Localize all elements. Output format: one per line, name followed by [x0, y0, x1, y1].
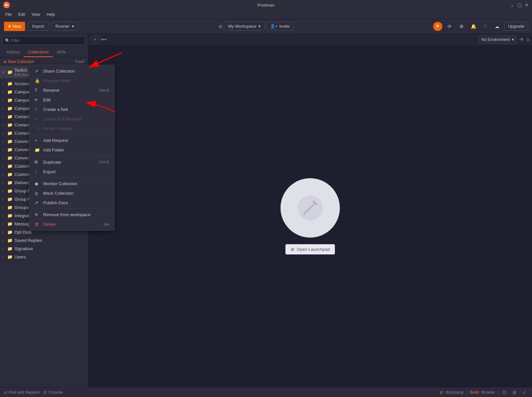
minimize-icon[interactable]: ⌄	[510, 2, 515, 8]
env-selector[interactable]: No Environment ▾	[479, 36, 517, 44]
import-button[interactable]: Import	[28, 22, 48, 31]
ctx-shortcut: Del	[103, 222, 109, 226]
bell-icon[interactable]: 🔔	[469, 22, 478, 31]
folder-icon: 📁	[7, 89, 13, 94]
sync-icon[interactable]: ⟳	[445, 22, 454, 31]
maximize-icon[interactable]: ▢	[517, 2, 522, 8]
caret-right-icon: ›	[3, 206, 7, 209]
sidebar-search-area: 🔍	[0, 34, 88, 48]
ctx-share-collection[interactable]: ↗ Share Collection	[29, 66, 114, 76]
menu-help[interactable]: Help	[44, 12, 58, 17]
browse-button[interactable]: Browse	[482, 390, 495, 395]
bootcamp-button[interactable]: 🎓 Bootcamp	[439, 390, 463, 395]
tab-controls: + •••	[91, 36, 106, 44]
add-tab-button[interactable]: +	[91, 36, 99, 44]
new-button[interactable]: + New	[4, 22, 25, 31]
search-icon: 🔍	[5, 38, 10, 43]
ctx-shortcut: Ctrl+D	[99, 160, 109, 164]
folder-name: Signature	[15, 246, 85, 251]
workspace-label: My Workspace	[228, 24, 256, 29]
export-icon: ↓	[35, 169, 40, 174]
plus-circle-icon: ⊕	[3, 59, 7, 64]
caret-right-icon: ›	[3, 247, 7, 250]
ctx-separator	[29, 178, 114, 178]
workspace-button[interactable]: My Workspace ▾	[224, 22, 265, 31]
ctx-export[interactable]: ↓ Export	[29, 167, 114, 177]
folder-icon: 📁	[7, 139, 13, 144]
expand-icon[interactable]: ⤢	[521, 389, 528, 396]
ctx-publish-docs[interactable]: ↗ Publish Docs	[29, 198, 114, 208]
ctx-label: Remove from workspace	[43, 212, 109, 217]
ctx-add-folder[interactable]: 📁 Add Folder	[29, 145, 114, 155]
ctx-create-pull-request: ↩ Create Pull Request	[29, 114, 114, 124]
merge-icon: ⌥	[35, 126, 40, 131]
caret-right-icon: ›	[3, 230, 7, 234]
titlebar-controls: ⌄ ▢ ✕	[510, 2, 529, 8]
tab-apis[interactable]: APIs	[53, 48, 70, 57]
cloud-icon[interactable]: ☁	[492, 22, 502, 31]
context-menu: ↗ Share Collection 🔒 Manage Roles T Rena…	[29, 65, 115, 231]
settings-list-icon[interactable]: ≡	[527, 37, 529, 42]
folder-icon: 📁	[7, 147, 13, 152]
bootcamp-icon: 🎓	[439, 390, 444, 395]
content-tabs-bar: + ••• No Environment ▾ 👁 ≡	[88, 34, 532, 46]
ctx-monitor-collection[interactable]: ◉ Monitor Collection	[29, 179, 114, 188]
trash-button[interactable]: Trash	[75, 59, 85, 64]
console-button[interactable]: ⊟ Console	[44, 390, 63, 395]
env-chevron-icon: ▾	[512, 37, 514, 42]
ctx-separator	[29, 156, 114, 156]
list-item[interactable]: › 📁 Signature	[0, 245, 88, 253]
close-icon[interactable]: ✕	[524, 2, 529, 8]
tab-collections[interactable]: Collections	[24, 48, 53, 57]
settings-icon[interactable]: ⚙	[457, 22, 466, 31]
find-replace-button[interactable]: ⇄ Find and Replace	[4, 390, 40, 395]
build-button[interactable]: Build	[470, 390, 479, 395]
heart-icon[interactable]: ♡	[481, 22, 490, 31]
caret-down-icon: ▾	[3, 70, 7, 74]
menu-file[interactable]: File	[3, 12, 14, 17]
fork-icon: ⑂	[35, 107, 40, 112]
sidebar-toggle-icon[interactable]: ⊡	[501, 389, 508, 396]
runner-button[interactable]: Runner ▾	[51, 22, 78, 31]
ctx-edit[interactable]: ✏ Edit	[29, 95, 114, 105]
ctx-mock-collection[interactable]: ◎ Mock Collection	[29, 188, 114, 198]
ctx-delete[interactable]: 🗑 Delete Del	[29, 219, 114, 229]
menu-view[interactable]: View	[29, 12, 43, 17]
ctx-duplicate[interactable]: ⧉ Duplicate Ctrl+D	[29, 157, 114, 167]
eye-icon[interactable]: 👁	[519, 37, 524, 42]
search-input[interactable]	[3, 36, 85, 45]
ctx-create-fork[interactable]: ⑂ Create a fork	[29, 105, 114, 114]
bootcamp-label: Bootcamp	[446, 390, 463, 395]
caret-right-icon: ›	[3, 156, 7, 160]
open-launchpad-label: Open Launchpad	[297, 247, 330, 252]
caret-right-icon: ›	[3, 98, 7, 102]
caret-right-icon: ›	[3, 197, 7, 201]
menu-edit[interactable]: Edit	[15, 12, 28, 17]
upgrade-button[interactable]: Upgrade	[504, 22, 528, 31]
ctx-merge-changes: ⌥ Merge changes	[29, 124, 114, 133]
toolbar: + New Import Runner ▾ ⊞ My Workspace ▾ 👤…	[0, 19, 532, 34]
ctx-rename[interactable]: T Rename Ctrl+E	[29, 85, 114, 95]
folder-icon: 📁	[7, 98, 13, 103]
console-label: Console	[48, 390, 63, 395]
tab-more-button[interactable]: •••	[101, 37, 106, 43]
new-collection-button[interactable]: ⊕ New Collection	[3, 59, 34, 64]
ctx-label: Export	[43, 169, 109, 174]
list-item[interactable]: › 📁 Saved Replies	[0, 236, 88, 245]
share-icon: ↗	[35, 69, 40, 74]
ctx-label: Manage Roles	[43, 78, 109, 83]
ctx-label: Create a fork	[43, 107, 109, 112]
list-item[interactable]: › 📁 Users	[0, 253, 88, 261]
open-launchpad-button[interactable]: ⊞ Open Launchpad	[285, 244, 335, 254]
ctx-add-request[interactable]: + Add Request	[29, 136, 114, 145]
ctx-remove-workspace[interactable]: ✕ Remove from workspace	[29, 210, 114, 219]
titlebar: Postman ⌄ ▢ ✕	[0, 0, 532, 10]
invite-button[interactable]: 👤+ Invite	[266, 22, 293, 31]
tab-history[interactable]: History	[3, 48, 24, 57]
bottom-right: 🎓 Bootcamp | Build Browse | ⊡ ⊞ ⤢	[439, 389, 528, 396]
caret-right-icon: ›	[3, 164, 7, 168]
ctx-label: Mock Collection	[43, 191, 109, 196]
caret-right-icon: ›	[3, 214, 7, 217]
folder-icon: 📁	[7, 221, 13, 226]
layout-icon[interactable]: ⊞	[511, 389, 518, 396]
